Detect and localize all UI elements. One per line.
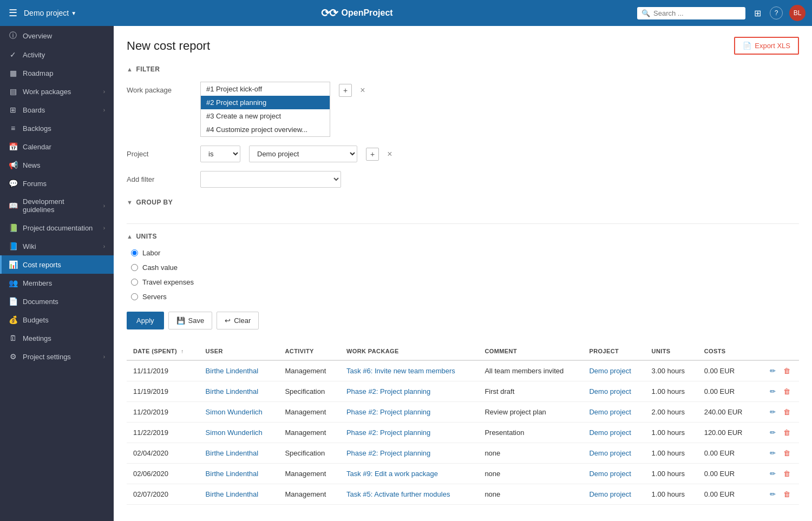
sidebar-item-wiki[interactable]: 📘Wiki› [0,237,114,255]
delete-button[interactable]: 🗑 [781,407,793,417]
project-name[interactable]: Demo project ▼ [24,9,76,17]
documents-label: Documents [23,298,105,306]
units-radio-labor[interactable] [131,249,138,256]
sidebar-item-boards[interactable]: ⊞Boards› [0,101,114,119]
edit-button[interactable]: ✏ [768,366,778,376]
work-package-remove-button[interactable]: × [356,84,369,97]
cell-activity: Management [278,402,339,423]
link-user[interactable]: Birthe Lindenthal [206,470,259,478]
add-filter-select[interactable] [200,171,341,188]
search-input[interactable] [653,9,741,17]
work-package-dropdown[interactable]: #1 Project kick-off#2 Project planning#3… [200,82,330,137]
units-option-travel-expenses[interactable]: Travel expenses [131,278,799,286]
search-icon: 🔍 [641,9,650,17]
cell-comment: none [478,484,582,505]
delete-button[interactable]: 🗑 [781,427,793,438]
wp-option-wp3[interactable]: #3 Create a new project [201,109,330,123]
units-radio-servers[interactable] [131,293,138,300]
col-header-date[interactable]: DATE (SPENT) ↑ [127,342,199,360]
link-user[interactable]: Birthe Lindenthal [206,387,259,395]
sidebar-item-project-doc[interactable]: 📗Project documentation› [0,219,114,237]
units-option-servers[interactable]: Servers [131,293,799,301]
clear-button[interactable]: ↩ Clear [217,312,259,329]
link-user[interactable]: Simon Wunderlich [206,408,263,416]
delete-button[interactable]: 🗑 [781,366,793,376]
sidebar-item-budgets[interactable]: 💰Budgets [0,311,114,329]
link-project[interactable]: Demo project [589,367,631,375]
work-package-add-button[interactable]: + [339,84,352,97]
project-add-button[interactable]: + [366,148,379,161]
project-operator-select[interactable]: is is not [200,146,240,162]
link-user[interactable]: Birthe Lindenthal [206,449,259,457]
sidebar-item-dev-guidelines[interactable]: 📖Development guidelines› [0,193,114,219]
delete-button[interactable]: 🗑 [781,448,793,458]
apply-button[interactable]: Apply [127,312,164,329]
edit-button[interactable]: ✏ [768,448,778,458]
filter-section-header[interactable]: ▲ FILTER [127,65,799,73]
link-work-package[interactable]: Phase #2: Project planning [346,449,430,457]
wp-option-wp1[interactable]: #1 Project kick-off [201,82,330,96]
link-project[interactable]: Demo project [589,408,631,416]
edit-button[interactable]: ✏ [768,386,778,397]
sidebar-item-cost-reports[interactable]: 📊Cost reports [0,255,114,274]
sidebar-item-news[interactable]: 📢News [0,156,114,174]
units-radio-cash-value[interactable] [131,264,138,271]
link-user[interactable]: Birthe Lindenthal [206,367,259,375]
sidebar-item-work-packages[interactable]: ▤Work packages› [0,82,114,101]
wp-option-wp4[interactable]: #4 Customize project overview... [201,123,330,136]
link-user[interactable]: Birthe Lindenthal [206,490,259,498]
edit-button[interactable]: ✏ [768,407,778,417]
sidebar-item-calendar[interactable]: 📅Calendar [0,137,114,156]
edit-button[interactable]: ✏ [768,427,778,438]
sidebar-item-roadmap[interactable]: ▦Roadmap [0,64,114,82]
cell-work-package: Task #6: Invite new team members [340,360,478,381]
sidebar-item-project-settings[interactable]: ⚙Project settings› [0,347,114,366]
page-title: New cost report [127,39,210,53]
sidebar-item-meetings[interactable]: 🗓Meetings [0,329,114,347]
help-icon[interactable]: ? [770,6,783,19]
units-option-cash-value[interactable]: Cash value [131,263,799,272]
members-label: Members [23,279,105,287]
export-xls-button[interactable]: 📄 Export XLS [734,37,799,55]
sidebar-item-overview[interactable]: ⓘOverview [0,26,114,45]
edit-button[interactable]: ✏ [768,489,778,499]
grid-icon[interactable]: ⊞ [752,6,763,21]
delete-button[interactable]: 🗑 [781,489,793,499]
link-project[interactable]: Demo project [589,490,631,498]
units-section-header[interactable]: ▲ UNITS [127,233,799,240]
link-project[interactable]: Demo project [589,470,631,478]
cell-work-package: Task #5: Activate further modules [340,484,478,505]
sidebar-item-documents[interactable]: 📄Documents [0,292,114,311]
group-by-section-header[interactable]: ▼ GROUP BY [127,199,799,206]
save-button[interactable]: 💾 Save [168,312,213,329]
sidebar-item-members[interactable]: 👥Members [0,274,114,292]
project-remove-button[interactable]: × [383,148,396,161]
edit-button[interactable]: ✏ [768,469,778,479]
link-project[interactable]: Demo project [589,428,631,437]
units-radio-travel-expenses[interactable] [131,279,138,286]
project-value-select[interactable]: Demo project [249,146,357,162]
units-option-labor[interactable]: Labor [131,249,799,257]
units-section: ▲ UNITS LaborCash valueTravel expensesSe… [127,233,799,301]
link-work-package[interactable]: Task #6: Invite new team members [346,367,455,375]
delete-button[interactable]: 🗑 [781,469,793,479]
avatar[interactable]: BL [789,5,806,21]
link-work-package[interactable]: Phase #2: Project planning [346,387,430,395]
link-work-package[interactable]: Phase #2: Project planning [346,408,430,416]
link-work-package[interactable]: Phase #2: Project planning [346,428,430,437]
link-project[interactable]: Demo project [589,449,631,457]
link-user[interactable]: Simon Wunderlich [206,428,263,437]
wp-option-wp2[interactable]: #2 Project planning [201,96,330,109]
cell-costs: 0.00 EUR [698,360,756,381]
link-work-package[interactable]: Task #5: Activate further modules [346,490,450,498]
hamburger-icon[interactable]: ☰ [6,5,19,21]
sidebar-item-activity[interactable]: ✓Activity [0,45,114,64]
sidebar-item-backlogs[interactable]: ≡Backlogs [0,119,114,137]
delete-button[interactable]: 🗑 [781,386,793,397]
link-work-package[interactable]: Task #9: Edit a work package [346,470,438,478]
sidebar-item-forums[interactable]: 💬Forums [0,174,114,193]
overview-icon: ⓘ [9,31,17,41]
search-box[interactable]: 🔍 [637,7,745,19]
cell-user: Simon Wunderlich [199,423,279,443]
link-project[interactable]: Demo project [589,387,631,395]
